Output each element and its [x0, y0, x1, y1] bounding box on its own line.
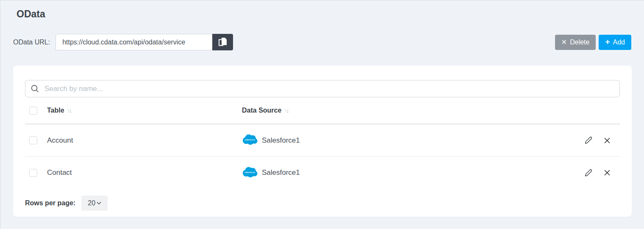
pencil-icon — [584, 169, 592, 177]
page-title: OData — [17, 8, 644, 20]
column-header-table[interactable]: Table↑↓ — [47, 107, 242, 114]
pagination: Rows per page: 20 — [25, 196, 620, 211]
delete-row-button[interactable] — [604, 169, 611, 176]
salesforce-cloud-icon: salesforce — [242, 134, 258, 147]
delete-button-label: Delete — [570, 39, 589, 46]
odata-page: OData OData URL: ✕ Delete + Add — [0, 8, 644, 217]
sort-icons: ↑↓ — [67, 107, 71, 114]
toolbar-actions: ✕ Delete + Add — [555, 35, 631, 50]
x-icon: ✕ — [561, 38, 567, 46]
search-icon — [31, 85, 39, 93]
add-button-label: Add — [613, 39, 625, 46]
tables-card: Table↑↓ Data Source↑↓ Account — [13, 66, 632, 217]
close-icon — [604, 169, 611, 176]
pencil-icon — [584, 136, 592, 144]
table-name-cell: Account — [47, 136, 73, 144]
row-checkbox[interactable] — [29, 136, 37, 144]
search-input[interactable] — [25, 80, 620, 97]
odata-url-group — [56, 34, 233, 50]
select-all-checkbox[interactable] — [29, 107, 37, 115]
column-header-data-source[interactable]: Data Source↑↓ — [242, 107, 573, 114]
edit-row-button[interactable] — [584, 169, 592, 177]
rows-per-page-select[interactable]: 20 — [81, 196, 108, 211]
salesforce-cloud-icon: salesforce — [242, 166, 258, 179]
rows-per-page-label: Rows per page: — [25, 199, 75, 207]
add-button[interactable]: + Add — [599, 35, 631, 50]
copy-icon — [218, 37, 227, 47]
table-row: Account salesforce Salesf — [25, 124, 620, 157]
toolbar: OData URL: ✕ Delete + Add — [13, 34, 631, 50]
edit-row-button[interactable] — [584, 136, 592, 144]
odata-url-label: OData URL: — [13, 39, 50, 46]
odata-url-input[interactable] — [56, 34, 212, 50]
sort-icons: ↑↓ — [284, 107, 288, 114]
delete-button[interactable]: ✕ Delete — [555, 35, 596, 50]
copy-url-button[interactable] — [212, 34, 233, 50]
data-source-cell: Salesforce1 — [262, 168, 300, 177]
rows-per-page-value: 20 — [88, 199, 95, 207]
svg-text:salesforce: salesforce — [244, 171, 255, 173]
row-checkbox[interactable] — [29, 169, 37, 177]
table-header-row: Table↑↓ Data Source↑↓ — [25, 97, 620, 124]
plus-icon: + — [605, 37, 610, 47]
table-row: Contact salesforce Salesf — [25, 157, 620, 189]
search-box — [25, 80, 620, 97]
data-source-cell: Salesforce1 — [262, 136, 300, 145]
table-name-cell: Contact — [47, 168, 72, 177]
delete-row-button[interactable] — [604, 137, 611, 144]
close-icon — [604, 137, 611, 144]
svg-text:salesforce: salesforce — [244, 138, 255, 141]
chevron-down-icon — [97, 201, 101, 205]
